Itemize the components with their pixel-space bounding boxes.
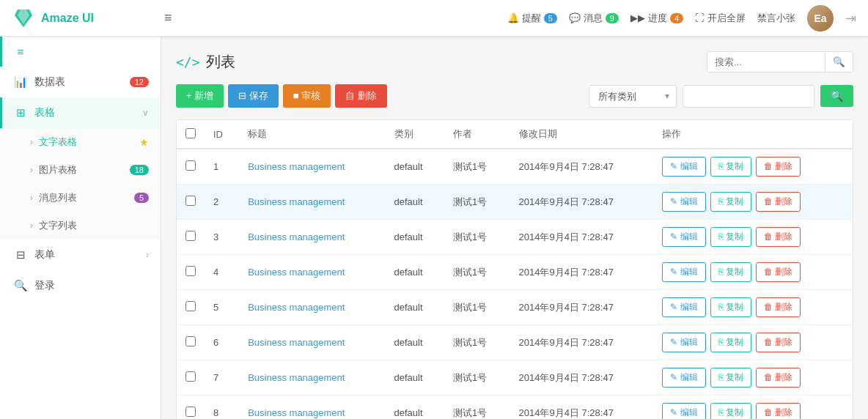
delete-button-7[interactable]: 🗑 删除 <box>756 368 801 388</box>
row-date-3: 2014年9月4日 7:28:47 <box>510 220 654 255</box>
category-select-wrapper: 所有类别 分类一 分类二 ▾ <box>589 85 677 108</box>
copy-button-1[interactable]: ⎘ 复制 <box>710 157 751 177</box>
select-all-checkbox[interactable] <box>185 128 196 138</box>
delete-button-5[interactable]: 🗑 删除 <box>756 297 801 317</box>
delete-button-6[interactable]: 🗑 删除 <box>756 333 801 352</box>
notifications-item[interactable]: 🔔 提醒 5 <box>507 12 557 25</box>
edit-button-2[interactable]: ✎ 编辑 <box>662 192 705 212</box>
row-actions-2: ✎ 编辑 ⎘ 复制 🗑 删除 <box>653 185 853 220</box>
logout-icon[interactable]: ⇥ <box>845 10 856 26</box>
row-checkbox-1[interactable] <box>185 160 196 171</box>
table-row: 1 Business management default 测试1号 2014年… <box>177 149 853 185</box>
copy-button-8[interactable]: ⎘ 复制 <box>710 403 751 419</box>
sidebar-label-table: 表格 <box>34 106 139 119</box>
col-checkbox <box>177 120 205 149</box>
row-title-7[interactable]: Business management <box>239 360 385 396</box>
row-author-3: 测试1号 <box>444 220 510 255</box>
sidebar-item-data-table[interactable]: 📊 数据表 12 <box>0 67 161 97</box>
row-actions-6: ✎ 编辑 ⎘ 复制 🗑 删除 <box>653 325 853 360</box>
row-actions-4: ✎ 编辑 ⎘ 复制 🗑 删除 <box>653 255 853 290</box>
row-title-4[interactable]: Business management <box>239 255 385 290</box>
username-label: 禁言小张 <box>757 12 795 25</box>
fullscreen-btn[interactable]: ⛶ 开启全屏 <box>695 12 746 25</box>
top-search-input[interactable] <box>707 52 825 72</box>
row-date-2: 2014年9月4日 7:28:47 <box>510 185 654 220</box>
copy-button-5[interactable]: ⎘ 复制 <box>710 297 751 317</box>
edit-button-8[interactable]: ✎ 编辑 <box>662 403 705 419</box>
add-button[interactable]: + 新增 <box>176 84 224 108</box>
copy-button-6[interactable]: ⎘ 复制 <box>710 333 751 352</box>
avatar[interactable]: Ea <box>807 5 834 31</box>
edit-button-5[interactable]: ✎ 编辑 <box>662 297 705 317</box>
progress-item[interactable]: ▶▶ 进度 4 <box>630 12 683 25</box>
messages-badge: 9 <box>606 13 619 23</box>
delete-button-1[interactable]: 🗑 删除 <box>756 157 801 177</box>
sidebar-subitem-message-list[interactable]: › 消息列表 5 <box>0 184 161 212</box>
sidebar-item-form[interactable]: ⊟ 表单 › <box>0 240 161 270</box>
row-checkbox-cell <box>177 220 205 255</box>
row-author-6: 测试1号 <box>444 325 510 360</box>
menu-toggle[interactable]: ≡ <box>164 10 172 26</box>
top-search-button[interactable]: 🔍 <box>825 52 853 72</box>
copy-button-3[interactable]: ⎘ 复制 <box>710 227 751 247</box>
row-title-2[interactable]: Business management <box>239 185 385 220</box>
action-btn-group-3: ✎ 编辑 ⎘ 复制 🗑 删除 <box>662 227 844 247</box>
copy-button-4[interactable]: ⎘ 复制 <box>710 262 751 282</box>
row-title-8[interactable]: Business management <box>239 396 385 420</box>
notifications-badge: 5 <box>544 13 557 23</box>
row-id-6: 6 <box>205 325 239 360</box>
sidebar-top-item[interactable]: ≡ <box>0 37 161 67</box>
row-checkbox-4[interactable] <box>185 266 196 276</box>
sidebar-item-table[interactable]: ⊞ 表格 ∨ <box>0 97 161 128</box>
col-id: ID <box>205 120 239 149</box>
row-checkbox-3[interactable] <box>185 231 196 241</box>
row-checkbox-5[interactable] <box>185 301 196 311</box>
row-actions-5: ✎ 编辑 ⎘ 复制 🗑 删除 <box>653 290 853 325</box>
action-btn-group-8: ✎ 编辑 ⎘ 复制 🗑 删除 <box>662 403 844 419</box>
row-checkbox-cell <box>177 325 205 360</box>
review-button[interactable]: ■ 审核 <box>283 84 331 108</box>
row-checkbox-6[interactable] <box>185 336 196 346</box>
category-select[interactable]: 所有类别 分类一 分类二 <box>589 85 677 108</box>
table-row: 5 Business management default 测试1号 2014年… <box>177 290 853 325</box>
search-go-button[interactable]: 🔍 <box>820 85 853 107</box>
table-body: 1 Business management default 测试1号 2014年… <box>177 149 853 419</box>
row-title-5[interactable]: Business management <box>239 290 385 325</box>
table-row: 2 Business management default 测试1号 2014年… <box>177 185 853 220</box>
save-button[interactable]: ⊟ 保存 <box>228 84 279 108</box>
sidebar-label-data-table: 数据表 <box>34 75 130 89</box>
delete-button-8[interactable]: 🗑 删除 <box>756 403 801 419</box>
sidebar-item-login[interactable]: 🔍 登录 <box>0 270 161 301</box>
row-checkbox-8[interactable] <box>185 407 196 417</box>
col-date: 修改日期 <box>510 120 654 149</box>
copy-button-7[interactable]: ⎘ 复制 <box>710 368 751 388</box>
sidebar-subitem-image-table[interactable]: › 图片表格 18 <box>0 156 161 184</box>
row-category-4: default <box>386 255 444 290</box>
filter-input[interactable] <box>683 85 814 108</box>
row-title-3[interactable]: Business management <box>239 220 385 255</box>
action-btn-group-2: ✎ 编辑 ⎘ 复制 🗑 删除 <box>662 192 844 212</box>
edit-button-7[interactable]: ✎ 编辑 <box>662 368 705 388</box>
edit-button-6[interactable]: ✎ 编辑 <box>662 333 705 352</box>
edit-button-3[interactable]: ✎ 编辑 <box>662 227 705 247</box>
row-title-1[interactable]: Business management <box>239 149 385 185</box>
row-title-6[interactable]: Business management <box>239 325 385 360</box>
edit-button-1[interactable]: ✎ 编辑 <box>662 157 705 177</box>
row-actions-8: ✎ 编辑 ⎘ 复制 🗑 删除 <box>653 396 853 420</box>
messages-item[interactable]: 💬 消息 9 <box>569 12 619 25</box>
delete-button-3[interactable]: 🗑 删除 <box>756 227 801 247</box>
copy-button-2[interactable]: ⎘ 复制 <box>710 192 751 212</box>
messages-label: 消息 <box>584 12 603 25</box>
row-checkbox-7[interactable] <box>185 371 196 382</box>
delete-button-4[interactable]: 🗑 删除 <box>756 262 801 282</box>
edit-button-4[interactable]: ✎ 编辑 <box>662 262 705 282</box>
action-btn-group-7: ✎ 编辑 ⎘ 复制 🗑 删除 <box>662 368 844 388</box>
sidebar-subitem-text-table[interactable]: › 文字表格 ★ <box>0 128 161 156</box>
sidebar-subitem-text-list[interactable]: › 文字列表 <box>0 212 161 240</box>
delete-button-2[interactable]: 🗑 删除 <box>756 192 801 212</box>
action-btn-group-5: ✎ 编辑 ⎘ 复制 🗑 删除 <box>662 297 844 317</box>
delete-button[interactable]: 自 删除 <box>335 84 387 108</box>
sidebar-label-login: 登录 <box>34 279 149 292</box>
sidebar-sublabel-image-table: 图片表格 <box>39 163 77 177</box>
row-checkbox-2[interactable] <box>185 196 196 206</box>
